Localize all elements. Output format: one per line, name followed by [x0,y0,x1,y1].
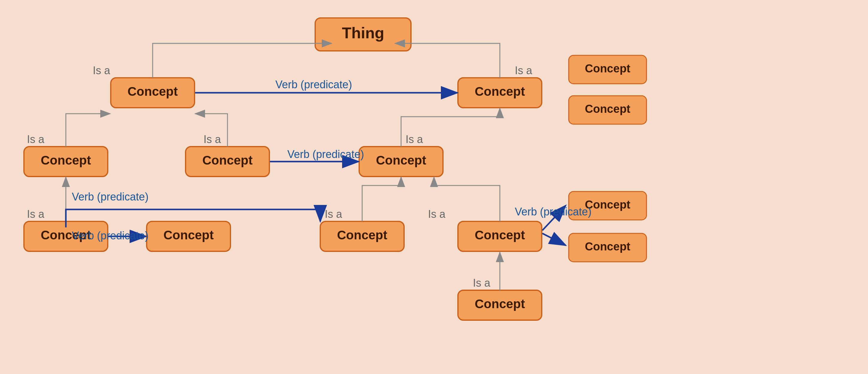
svg-text:Concept: Concept [585,62,630,75]
svg-text:Is a: Is a [473,277,491,289]
svg-text:Concept: Concept [475,228,525,242]
svg-text:Is a: Is a [27,133,44,146]
svg-text:Concept: Concept [585,198,630,211]
svg-text:Is a: Is a [515,64,532,76]
svg-text:Thing: Thing [342,24,384,41]
svg-text:Is a: Is a [93,64,111,76]
svg-text:Verb (predicate): Verb (predicate) [72,229,149,242]
svg-text:Concept: Concept [202,153,253,167]
svg-text:Concept: Concept [127,84,178,98]
svg-text:Is a: Is a [204,133,221,146]
svg-text:Concept: Concept [475,297,525,311]
svg-text:Is a: Is a [428,208,446,220]
svg-text:Concept: Concept [337,228,387,242]
svg-text:Concept: Concept [163,228,214,242]
svg-text:Is a: Is a [325,208,342,220]
svg-text:Verb (predicate): Verb (predicate) [72,191,149,203]
svg-text:Concept: Concept [376,153,426,167]
svg-text:Concept: Concept [585,103,630,115]
svg-text:Is a: Is a [27,208,44,220]
svg-text:Is a: Is a [406,133,423,146]
svg-text:Concept: Concept [475,84,525,98]
svg-text:Verb (predicate): Verb (predicate) [287,148,364,160]
svg-text:Verb (predicate): Verb (predicate) [275,79,352,91]
svg-text:Verb (predicate): Verb (predicate) [515,206,591,218]
svg-text:Concept: Concept [41,153,91,167]
svg-text:Concept: Concept [585,240,630,253]
